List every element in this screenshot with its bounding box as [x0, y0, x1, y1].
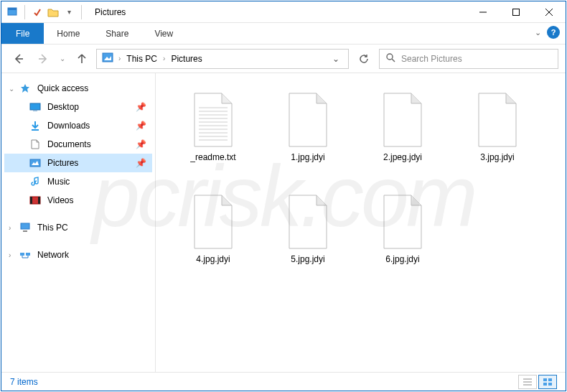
back-button[interactable]: [9, 49, 29, 69]
sidebar-label: Videos: [47, 195, 73, 205]
file-icon: [378, 190, 428, 254]
file-icon: [188, 88, 238, 152]
sidebar-item-desktop[interactable]: Desktop 📌: [4, 98, 152, 116]
file-name: 4.jpg.jdyi: [195, 254, 231, 266]
titlebar: ▾ Pictures: [1, 1, 566, 23]
maximize-button[interactable]: [500, 1, 533, 23]
file-icon: [283, 190, 333, 254]
svg-point-10: [387, 54, 393, 60]
file-item[interactable]: 4.jpg.jdyi: [170, 187, 256, 280]
ribbon-tabs: File Home Share View ⌄ ?: [1, 23, 566, 45]
file-name: 5.jpg.jdyi: [289, 254, 326, 266]
expand-ribbon-icon[interactable]: ⌄: [535, 28, 541, 37]
tab-home[interactable]: Home: [44, 23, 93, 44]
sidebar-network[interactable]: › Network: [4, 246, 152, 264]
pc-icon: [19, 222, 32, 233]
svg-rect-44: [548, 383, 552, 386]
svg-rect-21: [21, 223, 29, 229]
pictures-icon: [101, 52, 114, 65]
sidebar-item-videos[interactable]: Videos: [4, 191, 152, 210]
file-icon: [283, 88, 333, 152]
file-icon: [472, 88, 523, 152]
file-item[interactable]: 2.jpeg.jdyi: [360, 85, 446, 178]
sidebar-item-documents[interactable]: Documents 📌: [4, 135, 152, 154]
music-icon: [29, 176, 42, 187]
chevron-right-icon[interactable]: ›: [117, 55, 122, 62]
sidebar-label: Documents: [47, 139, 91, 149]
sidebar-label: Downloads: [47, 121, 90, 131]
svg-rect-23: [20, 253, 24, 256]
forward-button[interactable]: [33, 49, 53, 69]
qat-dropdown-icon[interactable]: ▾: [62, 6, 75, 19]
sidebar-label: Quick access: [37, 83, 88, 93]
sidebar-item-music[interactable]: Music: [4, 172, 152, 191]
sidebar-this-pc[interactable]: › This PC: [4, 218, 152, 237]
file-item[interactable]: _readme.txt: [170, 85, 256, 178]
svg-rect-19: [30, 197, 32, 204]
file-name: 2.jpeg.jdyi: [382, 152, 423, 164]
file-icon: [188, 190, 238, 254]
pin-icon: 📌: [136, 121, 146, 131]
status-count: 7 items: [10, 377, 38, 387]
sidebar-label: This PC: [37, 223, 68, 233]
svg-rect-20: [38, 197, 40, 204]
address-dropdown-icon[interactable]: ⌄: [328, 54, 344, 64]
sidebar-quick-access[interactable]: ⌄ Quick access: [4, 79, 152, 98]
search-input[interactable]: Search Pictures: [379, 49, 558, 69]
file-item[interactable]: 1.jpg.jdyi: [265, 85, 351, 178]
breadcrumb[interactable]: › This PC › Pictures ⌄: [96, 49, 349, 69]
svg-line-11: [392, 59, 395, 62]
close-button[interactable]: [533, 1, 566, 23]
navigation-bar: ⌄ › This PC › Pictures ⌄ Search Pictures: [1, 45, 566, 73]
window-title: Pictures: [89, 7, 131, 17]
file-item[interactable]: 6.jpg.jdyi: [360, 187, 446, 280]
pin-icon: 📌: [136, 139, 146, 149]
svg-rect-42: [548, 378, 552, 381]
breadcrumb-thispc[interactable]: This PC: [125, 54, 159, 64]
minimize-button[interactable]: [467, 1, 500, 23]
svg-rect-1: [8, 8, 17, 10]
explorer-window: ▾ Pictures File Home Share View ⌄ ?: [1, 1, 566, 391]
star-icon: [19, 83, 32, 94]
caret-right-icon[interactable]: ›: [9, 224, 11, 232]
caret-down-icon[interactable]: ⌄: [9, 85, 14, 93]
tab-file[interactable]: File: [1, 23, 44, 44]
recent-dropdown-icon[interactable]: ⌄: [57, 49, 67, 69]
desktop-icon: [29, 101, 42, 113]
svg-rect-41: [543, 378, 547, 381]
file-name: 3.jpg.jdyi: [479, 152, 515, 164]
documents-icon: [29, 139, 42, 150]
sidebar-item-pictures[interactable]: Pictures 📌: [4, 154, 152, 172]
view-icons-button[interactable]: [538, 375, 557, 389]
tab-share[interactable]: Share: [93, 23, 141, 44]
svg-rect-3: [513, 9, 520, 15]
file-item[interactable]: 5.jpg.jdyi: [265, 187, 351, 280]
downloads-icon: [29, 120, 42, 131]
file-item[interactable]: 3.jpg.jdyi: [454, 85, 540, 178]
status-bar: 7 items: [1, 372, 566, 391]
chevron-right-icon[interactable]: ›: [161, 55, 167, 62]
file-name: _readme.txt: [189, 152, 237, 164]
breadcrumb-pictures[interactable]: Pictures: [169, 54, 203, 64]
properties-icon[interactable]: [31, 6, 44, 19]
up-button[interactable]: [72, 49, 92, 69]
separator: [81, 5, 82, 19]
sidebar-label: Pictures: [47, 158, 78, 168]
tab-view[interactable]: View: [141, 23, 186, 44]
sidebar-item-downloads[interactable]: Downloads 📌: [4, 116, 152, 135]
file-name: 1.jpg.jdyi: [289, 152, 326, 164]
svg-rect-43: [543, 383, 547, 386]
folder-qat-icon[interactable]: [47, 6, 60, 19]
sidebar-label: Network: [37, 250, 69, 260]
pin-icon: 📌: [136, 158, 146, 168]
refresh-button[interactable]: [353, 49, 375, 69]
view-details-button[interactable]: [518, 375, 537, 389]
file-list[interactable]: _readme.txt1.jpg.jdyi2.jpeg.jdyi3.jpg.jd…: [156, 73, 566, 372]
svg-rect-22: [23, 230, 27, 232]
svg-marker-12: [21, 84, 29, 93]
svg-rect-16: [30, 159, 40, 167]
pictures-icon: [29, 157, 42, 169]
help-button[interactable]: ?: [547, 26, 560, 39]
caret-right-icon[interactable]: ›: [9, 251, 11, 259]
svg-rect-13: [30, 103, 40, 110]
